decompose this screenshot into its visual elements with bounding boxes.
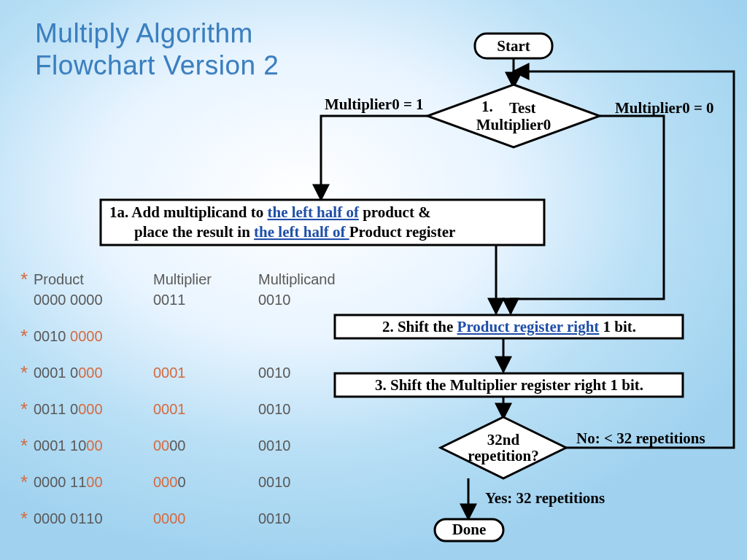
svg-text:1.: 1.	[481, 98, 493, 115]
svg-text:2. Shift the Product register : 2. Shift the Product register right 1 bi…	[382, 318, 636, 335]
page-title: Multiply Algorithm Flowchart Version 2 M…	[35, 18, 279, 81]
table-row: * 0001 1000 0000 0010	[20, 435, 368, 454]
node-step2: 2. Shift the Product register right 1 bi…	[335, 315, 683, 338]
arrow-test-1a	[321, 116, 427, 200]
table-row: * 0000 0110 0000 0010	[20, 508, 368, 526]
svg-text:repetition?: repetition?	[468, 447, 539, 464]
svg-text:1a. Add multiplicand to the le: 1a. Add multiplicand to the left half of…	[109, 203, 431, 221]
node-test: 1. Test Multiplier0	[427, 85, 600, 147]
table-row: * 0000 0000 0011 0010	[20, 289, 368, 308]
svg-text:place the result in the left h: place the result in the left half of Pro…	[134, 223, 455, 241]
col-header-product: Product	[34, 272, 153, 287]
label-mult0: Multiplier0 = 0	[615, 99, 714, 117]
svg-text:Multiplier0: Multiplier0	[476, 116, 551, 133]
node-step3: 3. Shift the Multiplier register right 1…	[335, 373, 683, 397]
col-header-multiplicand: Multiplicand	[258, 272, 368, 287]
label-no: No: < 32 repetitions	[576, 429, 705, 447]
col-header-multiplier: Multiplier	[153, 272, 258, 287]
node-step1a: 1a. Add multiplicand to the left half of…	[101, 200, 544, 245]
svg-text:Done: Done	[452, 521, 487, 538]
node-repetition: 32nd repetition?	[441, 417, 566, 478]
trace-table: * Product Multiplier Multiplicand * 0000…	[20, 268, 368, 526]
svg-text:32nd: 32nd	[487, 431, 520, 448]
svg-text:Start: Start	[497, 37, 530, 55]
svg-text:Test: Test	[509, 99, 536, 117]
node-start: Start	[475, 34, 552, 58]
label-mult1: Multiplier0 = 1	[325, 96, 424, 113]
node-done: Done	[435, 519, 503, 541]
table-row: * 0011 0000 0001 0010	[20, 398, 368, 417]
label-yes: Yes: 32 repetitions	[485, 489, 605, 507]
table-row: * 0010 0000	[20, 325, 368, 344]
table-row: * 0001 0000 0001 0010	[20, 362, 368, 381]
table-row: * 0000 1100 0000 0010	[20, 471, 368, 490]
svg-text:3. Shift the Multiplier regist: 3. Shift the Multiplier register right 1…	[375, 376, 643, 394]
